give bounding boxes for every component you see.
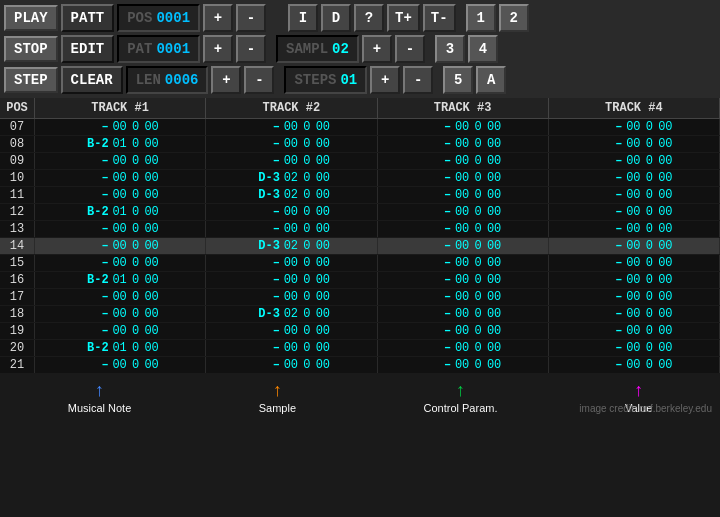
table-row[interactable]: 17–00000–00000–00000–00000 bbox=[0, 289, 720, 306]
track-cell-1[interactable]: B-201000 bbox=[35, 272, 206, 288]
track-cell-2[interactable]: D-302000 bbox=[206, 238, 377, 254]
track-cell-2[interactable]: –00000 bbox=[206, 272, 377, 288]
table-row[interactable]: 12B-201000–00000–00000–00000 bbox=[0, 204, 720, 221]
track-cell-2[interactable]: –00000 bbox=[206, 119, 377, 135]
len-plus-button[interactable]: + bbox=[211, 66, 241, 94]
pos-minus-button[interactable]: - bbox=[236, 4, 266, 32]
track-cell-1[interactable]: –00000 bbox=[35, 153, 206, 169]
track-cell-2[interactable]: –00000 bbox=[206, 357, 377, 373]
track-cell-3[interactable]: –00000 bbox=[378, 119, 549, 135]
track-cell-4[interactable]: –00000 bbox=[549, 272, 720, 288]
track-cell-2[interactable]: –00000 bbox=[206, 136, 377, 152]
track-cell-1[interactable]: B-201000 bbox=[35, 340, 206, 356]
track-cell-3[interactable]: –00000 bbox=[378, 289, 549, 305]
table-row[interactable]: 11–00000D-302000–00000–00000 bbox=[0, 187, 720, 204]
track-cell-3[interactable]: –00000 bbox=[378, 357, 549, 373]
track-cell-1[interactable]: –00000 bbox=[35, 306, 206, 322]
pos-plus-button[interactable]: + bbox=[203, 4, 233, 32]
num2-button[interactable]: 2 bbox=[499, 4, 529, 32]
table-row[interactable]: 21–00000–00000–00000–00000 bbox=[0, 357, 720, 374]
i-button[interactable]: I bbox=[288, 4, 318, 32]
track-cell-2[interactable]: –00000 bbox=[206, 221, 377, 237]
table-row[interactable]: 09–00000–00000–00000–00000 bbox=[0, 153, 720, 170]
track-cell-1[interactable]: –00000 bbox=[35, 323, 206, 339]
track-cell-1[interactable]: B-201000 bbox=[35, 136, 206, 152]
track-cell-1[interactable]: –00000 bbox=[35, 255, 206, 271]
steps-minus-button[interactable]: - bbox=[403, 66, 433, 94]
len-minus-button[interactable]: - bbox=[244, 66, 274, 94]
num4-button[interactable]: 4 bbox=[468, 35, 498, 63]
step-button[interactable]: STEP bbox=[4, 67, 58, 93]
track-cell-2[interactable]: D-302000 bbox=[206, 170, 377, 186]
numa-button[interactable]: A bbox=[476, 66, 506, 94]
play-button[interactable]: PLAY bbox=[4, 5, 58, 31]
sampl-minus-button[interactable]: - bbox=[395, 35, 425, 63]
table-row[interactable]: 15–00000–00000–00000–00000 bbox=[0, 255, 720, 272]
track-cell-3[interactable]: –00000 bbox=[378, 136, 549, 152]
track-cell-3[interactable]: –00000 bbox=[378, 238, 549, 254]
track-cell-4[interactable]: –00000 bbox=[549, 255, 720, 271]
pat-minus-button[interactable]: - bbox=[236, 35, 266, 63]
edit-button[interactable]: EDIT bbox=[61, 35, 115, 63]
track-cell-2[interactable]: –00000 bbox=[206, 289, 377, 305]
steps-plus-button[interactable]: + bbox=[370, 66, 400, 94]
track-cell-2[interactable]: –00000 bbox=[206, 340, 377, 356]
track-cell-2[interactable]: D-302000 bbox=[206, 306, 377, 322]
track-cell-1[interactable]: –00000 bbox=[35, 170, 206, 186]
track-cell-1[interactable]: –00000 bbox=[35, 119, 206, 135]
table-row[interactable]: 08B-201000–00000–00000–00000 bbox=[0, 136, 720, 153]
table-row[interactable]: 13–00000–00000–00000–00000 bbox=[0, 221, 720, 238]
num1-button[interactable]: 1 bbox=[466, 4, 496, 32]
track-cell-3[interactable]: –00000 bbox=[378, 255, 549, 271]
track-cell-4[interactable]: –00000 bbox=[549, 289, 720, 305]
track-cell-3[interactable]: –00000 bbox=[378, 340, 549, 356]
num5-button[interactable]: 5 bbox=[443, 66, 473, 94]
table-row[interactable]: 16B-201000–00000–00000–00000 bbox=[0, 272, 720, 289]
track-cell-2[interactable]: –00000 bbox=[206, 153, 377, 169]
patt-button[interactable]: PATT bbox=[61, 4, 115, 32]
track-cell-4[interactable]: –00000 bbox=[549, 357, 720, 373]
track-cell-2[interactable]: –00000 bbox=[206, 255, 377, 271]
track-cell-1[interactable]: –00000 bbox=[35, 357, 206, 373]
track-cell-4[interactable]: –00000 bbox=[549, 238, 720, 254]
track-cell-4[interactable]: –00000 bbox=[549, 204, 720, 220]
track-cell-3[interactable]: –00000 bbox=[378, 323, 549, 339]
table-row[interactable]: 07–00000–00000–00000–00000 bbox=[0, 119, 720, 136]
track-cell-1[interactable]: –00000 bbox=[35, 221, 206, 237]
q-button[interactable]: ? bbox=[354, 4, 384, 32]
track-cell-2[interactable]: –00000 bbox=[206, 323, 377, 339]
track-cell-1[interactable]: B-201000 bbox=[35, 204, 206, 220]
track-cell-4[interactable]: –00000 bbox=[549, 221, 720, 237]
track-cell-3[interactable]: –00000 bbox=[378, 187, 549, 203]
track-cell-3[interactable]: –00000 bbox=[378, 221, 549, 237]
track-cell-2[interactable]: –00000 bbox=[206, 204, 377, 220]
track-cell-4[interactable]: –00000 bbox=[549, 187, 720, 203]
track-cell-4[interactable]: –00000 bbox=[549, 153, 720, 169]
track-cell-1[interactable]: –00000 bbox=[35, 289, 206, 305]
track-cell-4[interactable]: –00000 bbox=[549, 323, 720, 339]
track-cell-3[interactable]: –00000 bbox=[378, 153, 549, 169]
table-row[interactable]: 18–00000D-302000–00000–00000 bbox=[0, 306, 720, 323]
clear-button[interactable]: CLEAR bbox=[61, 66, 123, 94]
sampl-plus-button[interactable]: + bbox=[362, 35, 392, 63]
track-cell-4[interactable]: –00000 bbox=[549, 306, 720, 322]
track-cell-3[interactable]: –00000 bbox=[378, 306, 549, 322]
track-cell-3[interactable]: –00000 bbox=[378, 272, 549, 288]
num3-button[interactable]: 3 bbox=[435, 35, 465, 63]
tminus-button[interactable]: T- bbox=[423, 4, 456, 32]
d-button[interactable]: D bbox=[321, 4, 351, 32]
track-cell-1[interactable]: –00000 bbox=[35, 238, 206, 254]
table-row[interactable]: 10–00000D-302000–00000–00000 bbox=[0, 170, 720, 187]
pat-plus-button[interactable]: + bbox=[203, 35, 233, 63]
stop-button[interactable]: STOP bbox=[4, 36, 58, 62]
table-row[interactable]: 14–00000D-302000–00000–00000 bbox=[0, 238, 720, 255]
track-cell-1[interactable]: –00000 bbox=[35, 187, 206, 203]
track-cell-4[interactable]: –00000 bbox=[549, 170, 720, 186]
tplus-button[interactable]: T+ bbox=[387, 4, 420, 32]
track-cell-4[interactable]: –00000 bbox=[549, 119, 720, 135]
track-cell-4[interactable]: –00000 bbox=[549, 136, 720, 152]
track-cell-3[interactable]: –00000 bbox=[378, 170, 549, 186]
track-cell-4[interactable]: –00000 bbox=[549, 340, 720, 356]
track-cell-3[interactable]: –00000 bbox=[378, 204, 549, 220]
table-row[interactable]: 20B-201000–00000–00000–00000 bbox=[0, 340, 720, 357]
